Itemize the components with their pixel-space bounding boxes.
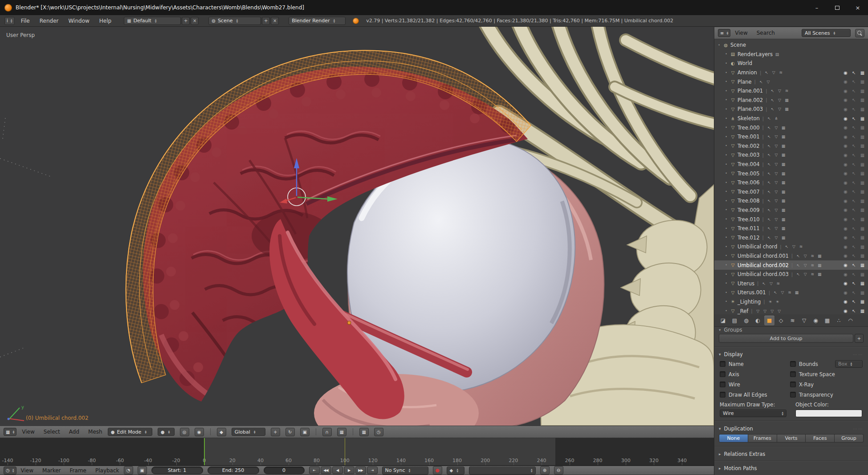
select-toggle[interactable]: ↖ bbox=[851, 253, 857, 258]
outliner-row-tree-011[interactable]: •▽Tree.011|↖▽▦◉↖▦ bbox=[714, 224, 868, 233]
eye-toggle[interactable]: ◉ bbox=[842, 199, 849, 203]
disclosure-dot[interactable]: • bbox=[724, 263, 728, 267]
select-toggle[interactable]: ↖ bbox=[851, 97, 857, 102]
add-scene-button[interactable]: + bbox=[262, 17, 270, 25]
select-toggle[interactable]: ↖ bbox=[851, 125, 857, 130]
maximize-button[interactable] bbox=[827, 0, 848, 15]
tab-modifiers[interactable]: ≋ bbox=[787, 316, 798, 325]
disclosure-dot[interactable]: • bbox=[724, 117, 728, 121]
outliner-row-tree-003[interactable]: •▽Tree.003|↖▽▦◉↖▦ bbox=[714, 150, 868, 160]
3d-viewport[interactable]: User Persp y (0) Umbilical chord.002 bbox=[0, 27, 714, 426]
outliner-row-amnion[interactable]: •▽Amnion|↖▽≋◉↖▦ bbox=[714, 68, 868, 77]
outliner-row-plane[interactable]: •▽Plane|↖▽◉↖▦ bbox=[714, 77, 868, 86]
delete-layout-button[interactable]: × bbox=[191, 17, 199, 25]
disclosure-dot[interactable]: • bbox=[724, 199, 728, 203]
menu-view[interactable]: View bbox=[735, 30, 747, 36]
xray-checkbox[interactable] bbox=[790, 382, 796, 387]
outliner-row-tree-006[interactable]: •▽Tree.006|↖▽▦◉↖▦ bbox=[714, 178, 868, 187]
outliner-row-umbilical-chord[interactable]: •▽Umbilical chord|↖▽≋◉↖▦ bbox=[714, 242, 868, 252]
tab-texture[interactable]: ▦ bbox=[822, 316, 832, 325]
outliner-row-skeleton[interactable]: •⋔Skeleton|↖⋔◉↖▦ bbox=[714, 114, 868, 123]
preview-range-toggle[interactable]: ◔ bbox=[124, 466, 133, 475]
timeline-marker-line[interactable] bbox=[345, 438, 345, 465]
menu-view[interactable]: View bbox=[21, 467, 33, 474]
duplication-none-button[interactable]: None bbox=[719, 434, 748, 443]
camera-toggle[interactable]: ▦ bbox=[859, 290, 866, 295]
axis-checkbox[interactable] bbox=[720, 371, 725, 377]
disclosure-dot[interactable]: • bbox=[724, 254, 728, 258]
disclosure-dot[interactable]: • bbox=[724, 300, 728, 304]
camera-toggle[interactable]: ▦ bbox=[859, 171, 866, 176]
outliner-row-umbilical-chord-003[interactable]: •▽Umbilical chord.003|↖▽≋▦◉↖▦ bbox=[714, 270, 868, 279]
tab-render-layers[interactable]: ▤ bbox=[729, 316, 740, 325]
eye-toggle[interactable]: ◉ bbox=[842, 263, 849, 268]
outliner-row-umbilical-chord-001[interactable]: •▽Umbilical chord.001|↖▽≋▦◉↖▦ bbox=[714, 252, 868, 261]
outliner-row-plane-003[interactable]: •▽Plane.003|↖▽▦◉↖▦ bbox=[714, 105, 868, 114]
eye-toggle[interactable]: ◉ bbox=[842, 189, 849, 194]
draw-all-edges-checkbox[interactable] bbox=[720, 392, 725, 398]
editor-type-button-timeline[interactable]: ◷ ▲▼ bbox=[4, 467, 16, 475]
manipulator-translate-toggle[interactable]: + bbox=[271, 428, 280, 436]
proportional-edit-toggle[interactable]: ◉ bbox=[195, 428, 204, 436]
disclosure-dot[interactable]: • bbox=[724, 135, 728, 139]
outliner-row-world[interactable]: •◐World bbox=[714, 59, 868, 68]
select-toggle[interactable]: ↖ bbox=[851, 226, 857, 231]
camera-toggle[interactable]: ▦ bbox=[859, 107, 866, 112]
outliner-search-button[interactable] bbox=[855, 29, 864, 37]
close-button[interactable]: × bbox=[848, 0, 868, 15]
disclosure-dot[interactable]: • bbox=[717, 43, 721, 47]
disclosure-dot[interactable]: • bbox=[724, 162, 728, 166]
select-toggle[interactable]: ↖ bbox=[851, 217, 857, 222]
manipulator-scale-toggle[interactable]: ▣ bbox=[300, 428, 310, 436]
outliner-row-tree-000[interactable]: •▽Tree.000|↖▽▦◉↖▦ bbox=[714, 123, 868, 132]
disclosure-dot[interactable]: • bbox=[724, 153, 728, 157]
outliner-row-plane-002[interactable]: •▽Plane.002|↖▽▦◉↖▦ bbox=[714, 96, 868, 105]
menu-add[interactable]: Add bbox=[69, 429, 79, 435]
outliner-row-tree-007[interactable]: •▽Tree.007|↖▽▦◉↖▦ bbox=[714, 187, 868, 197]
play-reverse-button[interactable]: ◀ bbox=[332, 467, 343, 474]
eye-toggle[interactable]: ◉ bbox=[842, 153, 849, 158]
record-button[interactable]: ● bbox=[433, 466, 442, 475]
select-toggle[interactable]: ↖ bbox=[851, 107, 857, 112]
camera-toggle[interactable]: ▦ bbox=[859, 189, 866, 194]
transform-orientation-select[interactable]: Global ▲▼ bbox=[232, 428, 265, 436]
eye-toggle[interactable]: ◉ bbox=[842, 281, 849, 286]
eye-toggle[interactable]: ◉ bbox=[842, 290, 849, 295]
display-panel-header[interactable]: ▾Display ⋯⋯ bbox=[714, 349, 868, 359]
tab-render[interactable]: ◪ bbox=[718, 316, 728, 325]
select-toggle[interactable]: ↖ bbox=[851, 153, 857, 158]
eye-toggle[interactable]: ◉ bbox=[842, 235, 849, 240]
occlude-geometry-toggle[interactable]: ◎ bbox=[180, 428, 189, 436]
select-toggle[interactable]: ↖ bbox=[851, 272, 857, 277]
disclosure-dot[interactable]: • bbox=[724, 61, 728, 65]
panel-grip[interactable]: ⋯⋯ bbox=[853, 352, 864, 357]
object-color-swatch[interactable] bbox=[795, 410, 862, 417]
select-toggle[interactable]: ↖ bbox=[851, 244, 857, 249]
disclosure-dot[interactable]: • bbox=[724, 227, 728, 231]
editor-type-button-info[interactable]: i ▲▼ bbox=[4, 17, 15, 25]
menu-window[interactable]: Window bbox=[68, 18, 89, 24]
render-engine-select[interactable]: Blender Render ▲▼ bbox=[289, 17, 346, 25]
outliner-row-tree-005[interactable]: •▽Tree.005|↖▽▦◉↖▦ bbox=[714, 169, 868, 178]
disclosure-dot[interactable]: • bbox=[724, 217, 728, 221]
tab-object-data[interactable]: ▽ bbox=[799, 316, 809, 325]
eye-toggle[interactable]: ◉ bbox=[842, 217, 849, 222]
select-toggle[interactable]: ↖ bbox=[851, 134, 857, 139]
outliner-row--lighting[interactable]: •☀_Lighting|☀☀◉↖▦ bbox=[714, 297, 868, 307]
name-checkbox[interactable] bbox=[720, 361, 725, 367]
screen-layout-select[interactable]: ▦ Default ▲▼ bbox=[124, 17, 181, 25]
minimize-button[interactable]: – bbox=[807, 0, 827, 15]
outliner-row--ref[interactable]: •▽_Ref|▽▽▽▽◉↖▦ bbox=[714, 306, 868, 314]
opengl-render-button[interactable]: ▦ bbox=[359, 428, 369, 436]
camera-toggle[interactable]: ▦ bbox=[859, 253, 866, 258]
motion-paths-panel-header[interactable]: ▸Motion Paths bbox=[714, 463, 868, 473]
eye-toggle[interactable]: ◉ bbox=[842, 125, 849, 130]
current-frame-line[interactable] bbox=[204, 438, 205, 465]
duplication-panel-header[interactable]: ▾Duplication ⋯⋯ bbox=[714, 423, 868, 433]
disclosure-dot[interactable]: • bbox=[724, 235, 728, 240]
manipulator-rotate-toggle[interactable]: ↻ bbox=[285, 428, 295, 436]
next-keyframe-button[interactable]: ▶▶ bbox=[355, 467, 366, 474]
relations-extras-panel-header[interactable]: ▸Relations Extras bbox=[714, 449, 868, 459]
camera-toggle[interactable]: ▦ bbox=[859, 162, 866, 167]
eye-toggle[interactable]: ◉ bbox=[842, 97, 849, 102]
